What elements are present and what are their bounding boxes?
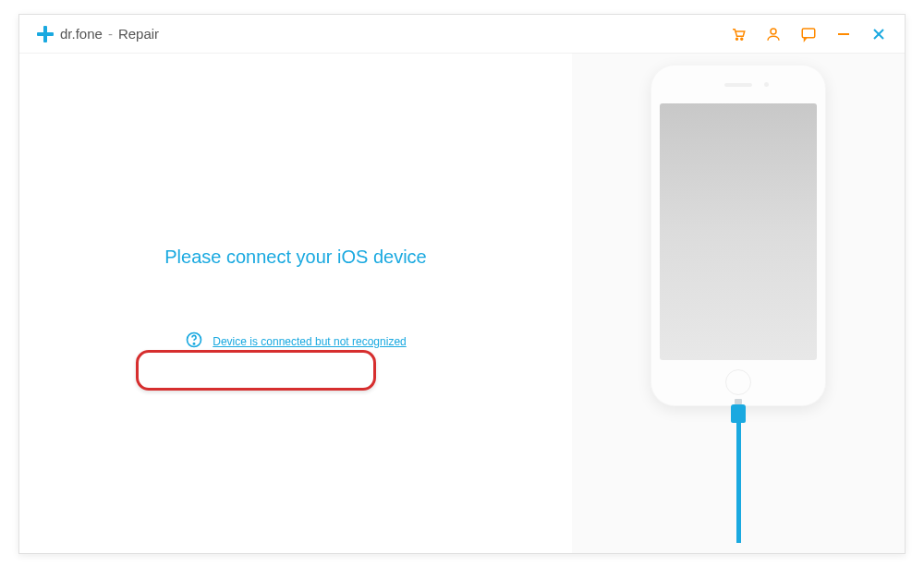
phone-home-button: [725, 369, 751, 395]
app-window: dr.fone - Repair: [18, 14, 906, 554]
svg-point-4: [771, 29, 776, 34]
phone-speaker: [724, 83, 752, 87]
content-area: Please connect your iOS device Device is…: [19, 54, 905, 553]
svg-point-3: [741, 38, 743, 40]
close-icon[interactable]: [869, 25, 888, 43]
title-separator: -: [108, 26, 113, 42]
cable-wire: [736, 423, 741, 543]
minimize-icon[interactable]: [834, 25, 853, 43]
logo-area: dr.fone: [36, 25, 103, 43]
right-pane: [572, 54, 905, 553]
device-not-recognized-link[interactable]: Device is connected but not recognized: [213, 335, 406, 348]
logo-icon: [36, 25, 55, 43]
chat-icon[interactable]: [799, 25, 818, 43]
window-controls: [729, 25, 888, 43]
phone-illustration: [650, 65, 826, 543]
help-row: Device is connected but not recognized: [170, 323, 420, 360]
svg-point-2: [736, 38, 738, 40]
phone-screen: [660, 103, 817, 360]
help-icon: [185, 331, 203, 353]
cable-connector-icon: [731, 404, 746, 423]
cart-icon[interactable]: [729, 25, 748, 43]
titlebar: dr.fone - Repair: [19, 15, 905, 54]
phone-body: [650, 65, 826, 406]
brand-name: dr.fone: [60, 26, 103, 42]
phone-camera: [764, 82, 769, 87]
account-icon[interactable]: [764, 25, 783, 43]
svg-rect-5: [802, 29, 815, 38]
connect-message: Please connect your iOS device: [164, 247, 427, 268]
section-title: Repair: [118, 26, 159, 42]
svg-point-10: [194, 343, 195, 344]
left-pane: Please connect your iOS device Device is…: [19, 54, 572, 553]
svg-rect-1: [37, 32, 54, 36]
